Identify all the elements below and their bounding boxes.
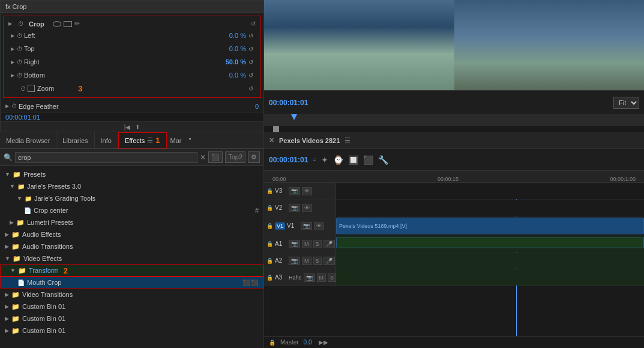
right-chevron[interactable]: ▶ [11,60,14,65]
timeline-timecode[interactable]: 00:00:01:01 [269,156,308,164]
zoom-checkbox[interactable] [28,85,35,92]
left-chevron[interactable]: ▶ [11,33,14,38]
right-reset[interactable]: ↺ [248,59,253,66]
search-input[interactable] [15,152,197,163]
timecode-edit-icon[interactable]: ≈ [313,156,316,163]
tab-media-browser[interactable]: Media Browser [0,132,56,148]
video-effects-folder[interactable]: ▼ 📁 Video Effects [0,252,263,264]
marker-icon[interactable]: ⬛ [363,155,373,165]
preview-timecode[interactable]: 00:00:01:01 [269,99,308,107]
v2-lock-icon[interactable]: 🔒 [266,205,273,211]
custom-bin-1[interactable]: ▶ 📁 Custom Bin 01 [0,301,263,313]
v3-eye-btn[interactable]: 👁 [302,187,312,195]
audio-effects-folder[interactable]: ▶ 📁 Audio Effects [0,228,263,240]
a3-m-btn[interactable]: M [317,273,327,282]
tab-info[interactable]: Info [95,132,118,148]
video-transitions-folder[interactable]: ▶ 📁 Video Transitions [0,288,263,301]
wrench-icon[interactable]: 🔧 [378,155,388,165]
master-play-icon[interactable]: ▶▶ [319,339,328,346]
a2-m-btn[interactable]: M [302,257,311,265]
edge-feather-stopwatch[interactable]: ⏱ [11,103,17,109]
play-to-in-icon[interactable]: |◀ [124,124,131,130]
a2-sync-btn[interactable]: 📷 [289,257,300,265]
a3-sync-btn[interactable]: 📷 [304,273,315,282]
tab-mar[interactable]: Mar [167,137,185,144]
link-icon[interactable]: ⌚ [333,155,343,165]
a1-sync-btn[interactable]: 📷 [289,240,300,248]
zoom-stopwatch[interactable]: ⏱ [20,85,26,92]
v1-selector[interactable]: V1 [275,222,285,230]
crop-chevron-icon[interactable]: ▶ [8,21,12,26]
timeline-close-icon[interactable]: ✕ [269,136,274,144]
effects-menu-icon[interactable]: ☰ [147,136,153,144]
ellipse-shape-icon[interactable] [53,21,61,27]
v2-eye-btn[interactable]: 👁 [302,204,312,212]
top-reset[interactable]: ↺ [248,46,253,52]
a3-s-btn[interactable]: S [328,273,336,282]
left-reset[interactable]: ↺ [248,32,253,39]
right-value[interactable]: 50.0 % [226,58,246,66]
snap-icon[interactable]: ✦ [321,155,328,165]
crop-center-item[interactable]: 📄 Crop center # [0,204,263,216]
bottom-chevron[interactable]: ▶ [11,73,14,78]
drag-icon-1[interactable]: ⬛ [242,279,250,286]
tab-libraries[interactable]: Libraries [56,132,94,148]
a3-lock-icon[interactable]: 🔒 [266,275,273,281]
a1-m-btn[interactable]: M [302,240,311,248]
presets-folder[interactable]: ▼ 📁 Presets [0,168,263,180]
v3-lock-icon[interactable]: 🔒 [266,188,273,194]
track-v1-content[interactable]: Pexels Videos 5169.mp4 [V] [336,216,644,236]
track-a3-content[interactable] [336,269,644,285]
bottom-value[interactable]: 0.0 % [229,72,246,79]
reset-icon[interactable]: ↺ [251,20,256,27]
bottom-stopwatch[interactable]: ⏱ [17,72,23,79]
timeline-menu-icon[interactable]: ☰ [345,136,351,144]
custom-bin-3[interactable]: ▶ 📁 Custom Bin 01 [0,325,263,337]
track-a1-content[interactable] [336,236,644,252]
a2-s-btn[interactable]: S [313,257,322,265]
master-value[interactable]: 0.0 [304,339,312,346]
rect-shape-icon[interactable] [64,21,72,27]
a1-s-btn[interactable]: S [313,240,322,248]
bottom-reset[interactable]: ↺ [248,72,253,79]
crop-stopwatch-icon[interactable]: ⏱ [18,20,24,27]
top-value[interactable]: 0.0 % [229,45,246,52]
search-tool-2[interactable]: Top2 [225,151,245,163]
v1-clip[interactable]: Pexels Videos 5169.mp4 [V] [336,218,644,234]
search-tool-1[interactable]: ⬛ [208,151,223,163]
zoom-reset[interactable]: ↺ [248,85,253,92]
fit-dropdown[interactable]: Fit [613,97,639,109]
custom-bin-2[interactable]: ▶ 📁 Custom Bin 01 [0,313,263,325]
a2-mic-btn[interactable]: 🎤 [324,257,335,265]
track-a2-content[interactable] [336,252,644,269]
mouth-crop-item[interactable]: 📄 Mouth Crop ⬛ ⬛ [0,276,263,288]
v1-sync-btn[interactable]: 📷 [301,222,312,230]
tab-more[interactable]: " [185,137,195,144]
a1-mic-btn[interactable]: 🎤 [324,240,335,248]
right-stopwatch[interactable]: ⏱ [17,59,23,66]
timeline-scrubber[interactable] [264,126,644,132]
a1-clip[interactable] [336,237,644,248]
edge-feather-value[interactable]: 0 [255,103,259,110]
razor-icon[interactable]: 🔲 [348,155,358,165]
left-stopwatch[interactable]: ⏱ [17,32,23,39]
top-chevron[interactable]: ▶ [11,46,14,52]
v1-eye-btn[interactable]: 👁 [314,222,324,230]
preview-timeline[interactable] [264,114,644,132]
top-stopwatch[interactable]: ⏱ [17,46,23,52]
lumetri-folder[interactable]: ▶ 📁 Lumetri Presets [0,216,263,228]
pen-tool-icon[interactable]: ✏ [74,20,80,28]
scrub-handle[interactable] [273,126,279,132]
jarle-grading-folder[interactable]: ▼ 📁 Jarle's Grading Tools [0,192,263,204]
v2-sync-btn[interactable]: 📷 [289,204,300,212]
drag-icon-2[interactable]: ⬛ [251,279,258,286]
transform-folder[interactable]: ▼ 📁 Transform 2 [0,264,263,276]
jarle-presets-folder[interactable]: ▼ 📁 Jarle's Presets 3.0 [0,180,263,192]
audio-transitions-folder[interactable]: ▶ 📁 Audio Transitions [0,240,263,252]
left-value[interactable]: 0.0 % [229,32,246,39]
search-clear-icon[interactable]: ✕ [200,153,206,162]
export-icon[interactable]: ⬆ [135,124,140,130]
track-v3-content[interactable] [336,183,644,199]
master-lock-icon[interactable]: 🔒 [269,340,275,346]
tab-effects[interactable]: Effects ☰ 1 [118,132,167,148]
